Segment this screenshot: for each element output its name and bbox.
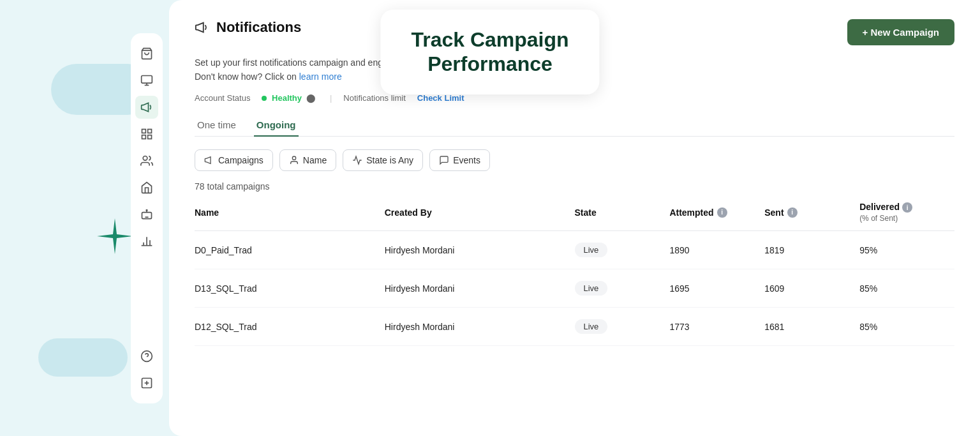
col-state: State (575, 202, 670, 223)
megaphone-filter-icon (204, 155, 214, 165)
new-campaign-button[interactable]: + New Campaign (847, 19, 954, 45)
table-header: Name Created By State Attempted i Sent i… (195, 202, 954, 232)
chart-bar-icon[interactable] (135, 230, 158, 253)
status-row: Account Status Healthy ⬤ | Notifications… (195, 93, 954, 103)
learn-more-link[interactable]: learn more (299, 71, 342, 82)
row1-sent: 1819 (764, 245, 859, 255)
person-filter-icon (289, 155, 299, 165)
col-created-by: Created By (385, 202, 575, 223)
shop-icon[interactable] (135, 42, 158, 65)
campaigns-filter-btn[interactable]: Campaigns (195, 149, 273, 171)
row3-sent: 1681 (764, 322, 859, 332)
campaigns-table: Name Created By State Attempted i Sent i… (195, 202, 954, 347)
megaphone-nav-icon[interactable] (135, 96, 158, 119)
row1-attempted: 1890 (669, 245, 764, 255)
account-status-label: Account Status (195, 93, 250, 103)
table-row: D0_Paid_Trad Hirdyesh Mordani Live 1890 … (195, 231, 954, 269)
row3-state: Live (575, 319, 670, 334)
delivered-info-icon[interactable]: i (902, 202, 912, 213)
row3-state-badge: Live (575, 319, 608, 334)
table-row: D13_SQL_Trad Hirdyesh Mordani Live 1695 … (195, 269, 954, 308)
hero-card: Track Campaign Performance (380, 10, 599, 94)
status-divider: | (330, 93, 332, 103)
page-title: Notifications (216, 19, 301, 36)
store-icon[interactable] (135, 176, 158, 199)
chart-filter-icon (352, 155, 362, 165)
svg-rect-7 (148, 135, 152, 139)
hero-title: Track Campaign Performance (411, 27, 568, 77)
row3-attempted: 1773 (669, 322, 764, 332)
row2-sent: 1609 (764, 283, 859, 294)
tab-ongoing[interactable]: Ongoing (254, 114, 299, 137)
notifications-icon (195, 20, 209, 34)
row2-created-by: Hirdyesh Mordani (385, 283, 575, 294)
svg-rect-1 (142, 75, 152, 83)
tab-one-time[interactable]: One time (195, 114, 239, 137)
sidebar-nav (131, 33, 163, 403)
monitor-icon[interactable] (135, 69, 158, 92)
row1-state-badge: Live (575, 243, 608, 257)
events-filter-btn[interactable]: Events (429, 149, 490, 171)
row2-attempted: 1695 (669, 283, 764, 294)
total-count: 78 total campaigns (195, 181, 954, 192)
page-title-section: Notifications (195, 19, 301, 36)
row3-delivered: 85% (859, 322, 954, 332)
row1-delivered: 95% (859, 245, 954, 255)
col-attempted: Attempted i (669, 202, 764, 223)
col-delivered: Delivered i (% of Sent) (859, 202, 954, 223)
row3-created-by: Hirdyesh Mordani (385, 322, 575, 332)
svg-rect-6 (142, 135, 146, 139)
svg-point-23 (292, 156, 295, 160)
tabs: One time Ongoing (195, 114, 954, 137)
state-filter-btn[interactable]: State is Any (343, 149, 423, 171)
col-sent: Sent i (764, 202, 859, 223)
grid-icon[interactable] (135, 123, 158, 146)
row1-state: Live (575, 243, 670, 257)
name-filter-btn[interactable]: Name (279, 149, 336, 171)
svg-rect-9 (142, 212, 152, 218)
row1-name: D0_Paid_Trad (195, 245, 385, 255)
svg-point-8 (143, 156, 147, 160)
attempted-info-icon[interactable]: i (717, 207, 727, 218)
users-icon[interactable] (135, 149, 158, 172)
bot-icon[interactable] (135, 203, 158, 226)
status-dot (262, 96, 267, 101)
sidebar (0, 0, 169, 436)
check-limit-link[interactable]: Check Limit (417, 93, 464, 103)
filter-row: Campaigns Name State is Any Events (195, 149, 954, 171)
col-name: Name (195, 202, 385, 223)
row1-created-by: Hirdyesh Mordani (385, 245, 575, 255)
row2-state-badge: Live (575, 281, 608, 296)
plus-square-icon[interactable] (135, 372, 158, 395)
svg-rect-4 (142, 129, 146, 133)
row2-name: D13_SQL_Trad (195, 283, 385, 294)
svg-rect-5 (148, 129, 152, 133)
healthy-status: Healthy ⬤ (262, 93, 318, 103)
help-icon[interactable] (135, 345, 158, 368)
row3-name: D12_SQL_Trad (195, 322, 385, 332)
row2-delivered: 85% (859, 283, 954, 294)
sent-info-icon[interactable]: i (787, 207, 798, 218)
table-row: D12_SQL_Trad Hirdyesh Mordani Live 1773 … (195, 308, 954, 346)
row2-state: Live (575, 281, 670, 296)
chat-filter-icon (439, 155, 449, 165)
notifications-limit-label: Notifications limit (343, 93, 406, 103)
svg-point-10 (146, 209, 147, 211)
